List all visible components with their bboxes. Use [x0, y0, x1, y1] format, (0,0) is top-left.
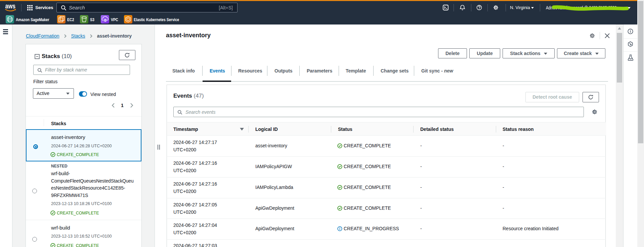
- svg-text:aws: aws: [5, 3, 16, 10]
